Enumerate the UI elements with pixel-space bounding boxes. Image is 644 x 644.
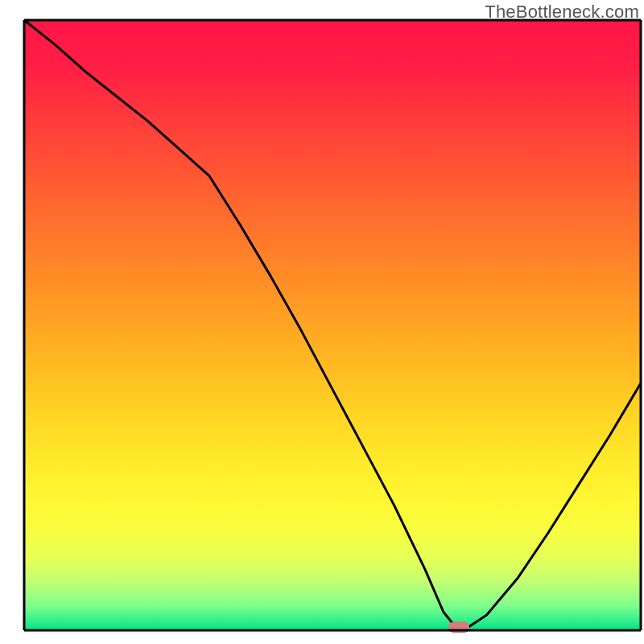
attribution-label: TheBottleneck.com [485,2,639,23]
gradient-background [24,20,641,630]
chart-canvas [0,0,644,644]
bottleneck-chart: TheBottleneck.com [0,0,644,644]
